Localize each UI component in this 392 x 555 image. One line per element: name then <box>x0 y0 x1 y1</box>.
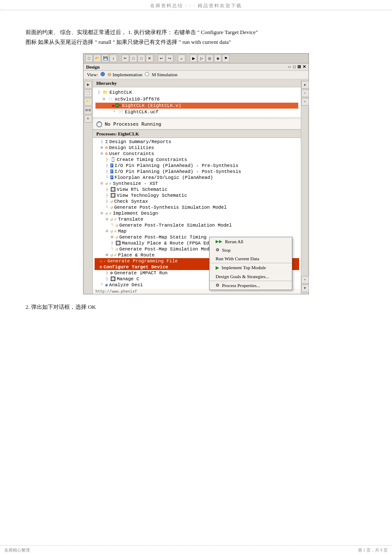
view-impl-radio[interactable] <box>101 72 105 76</box>
rerun-icon: ▶▶ <box>216 239 222 244</box>
view-radio-sim[interactable] <box>145 72 149 77</box>
schematic-icon-rtl: 🔲 <box>110 187 115 192</box>
sim-icon-trans: ↺ <box>115 223 118 228</box>
design-ctrl-close[interactable]: ✕ <box>303 64 306 69</box>
tree-item-ucf[interactable]: └ 📄 EightCLK.ucf <box>95 109 298 115</box>
expand-gen-post-synth[interactable]: └ <box>105 205 109 210</box>
proc-io-post[interactable]: ├ P I/O Pin Planning (PlanAhead) - Post-… <box>95 169 299 175</box>
proc-synthesize[interactable]: ⊟ ↺ ✓ Synthesize - XST <box>95 181 299 187</box>
expand-manually-place[interactable]: ├ <box>110 241 114 245</box>
toolbar-delete[interactable]: ✕ <box>146 55 153 62</box>
expand-gen-post-trans[interactable]: └ <box>110 223 114 227</box>
expand-design-utilities[interactable]: ⊞ <box>100 145 104 150</box>
watermark-top: 名师资料总结 · · · 精品资料欢迎下载 <box>0 0 392 10</box>
proc-check-syntax[interactable]: ├ ↺ Check Syntax <box>95 198 299 204</box>
expand-view-rtl[interactable]: ├ <box>105 187 109 192</box>
right-icon-2[interactable]: ≡ <box>301 89 309 97</box>
toolbar-run3[interactable]: ◎ <box>206 55 213 62</box>
expand-floorplan[interactable]: └ <box>105 175 109 180</box>
hierarchy-tree: ├ 📁 EightCLK ⊟ □ xc5vlx110-3ff676 <box>93 87 301 118</box>
proc-floorplan[interactable]: └ P Floorplan Area/IO/Logic (PlanAhead) <box>95 175 299 181</box>
proc-user-constraints[interactable]: ⊟ ⚙ User Constraints <box>95 151 299 157</box>
toolbar-open[interactable]: 📂 <box>93 55 101 62</box>
expand-analyze[interactable]: └ <box>100 283 104 287</box>
design-label: Design <box>86 64 100 69</box>
tree-label-eightclkv: EightCLK (EightCLK.v) <box>122 103 182 108</box>
ctx-item-run-current[interactable]: Run With Current Data <box>210 254 292 263</box>
toolbar-more[interactable]: » <box>178 55 185 62</box>
view-radio-active[interactable] <box>101 72 105 77</box>
expand-io-pre[interactable]: ├ <box>105 164 109 168</box>
right-icon-1[interactable]: ▲ <box>301 81 309 89</box>
expand-xc5v[interactable]: ⊟ <box>102 97 106 101</box>
expand-ucf[interactable]: └ <box>112 110 116 114</box>
ctx-item-design-goals[interactable]: Design Goals & Strategies... <box>210 272 292 281</box>
toolbar-save2[interactable]: ↕ <box>110 55 117 62</box>
design-ctrl-min[interactable]: □ <box>293 64 296 69</box>
ctx-item-process-props[interactable]: ⚙ Process Properties... <box>210 281 292 290</box>
expand-gen-post-map-static[interactable]: ⊞ <box>110 235 114 239</box>
toolbar-cut[interactable]: ✂ <box>121 55 129 62</box>
toolbar-run5[interactable]: ⚑ <box>222 55 230 62</box>
right-icon-4[interactable]: ≡ <box>301 276 309 284</box>
proc-design-utilities[interactable]: ⊞ ⚙ Design Utilities <box>95 145 299 151</box>
view-sim-label: Simulation <box>157 72 177 77</box>
toolbar-run4[interactable]: ◈ <box>214 55 222 62</box>
expand-design-summary[interactable]: ├ <box>100 140 104 144</box>
proc-map[interactable]: ⊟ ↺ ✓ Map <box>95 228 299 234</box>
expand-check-syntax[interactable]: ├ <box>105 199 109 204</box>
view-sim-radio[interactable] <box>145 72 149 76</box>
toolbar-redo[interactable]: ↪ <box>166 55 173 62</box>
left-icon-5[interactable]: ✕ <box>84 115 92 123</box>
proc-implement[interactable]: ⊟ ↺ ✓ Implement Design <box>95 210 299 216</box>
expand-user-constraints[interactable]: ⊟ <box>100 151 104 156</box>
proc-io-pre[interactable]: ├ P I/O Pin Planning (PlanAhead) - Pre-S… <box>95 163 299 169</box>
expand-create-timing[interactable]: ├ <box>105 158 109 162</box>
design-ctrl-pin[interactable]: ↔ <box>287 64 291 69</box>
tree-item-eightclk[interactable]: ├ 📁 EightCLK <box>95 89 298 96</box>
toolbar-undo[interactable]: ↩ <box>158 55 165 62</box>
impact-icon: ⚙ <box>110 270 113 276</box>
expand-map[interactable]: ⊟ <box>105 229 109 233</box>
toolbar-copy[interactable]: □ <box>130 55 137 62</box>
expand-eightclk[interactable]: ├ <box>97 90 101 95</box>
proc-translate[interactable]: ⊟ ↺ ✓ Translate <box>95 216 299 222</box>
watermark-bottom-right: 第 1 页，共 9 页 <box>358 547 388 553</box>
expand-gen-post-map-sim[interactable]: └ <box>110 247 114 251</box>
toolbar-save[interactable]: 💾 <box>101 55 109 62</box>
clock-icon: ⌚ <box>110 157 115 162</box>
left-icon-3[interactable]: 📁 <box>84 98 92 106</box>
proc-gen-post-trans[interactable]: └ ↺ Generate Post-Translate Simulation M… <box>95 222 299 228</box>
ctx-item-implement-top[interactable]: ▶ Implement Top Module <box>210 263 292 272</box>
proc-view-rtl[interactable]: ├ 🔲 View RTL Schematic <box>95 187 299 193</box>
toolbar-new[interactable]: □ <box>85 55 93 62</box>
left-icon-1[interactable]: ▶ <box>84 81 92 89</box>
expand-view-tech[interactable]: ├ <box>105 193 109 198</box>
tree-item-xc5v[interactable]: ⊟ □ xc5vlx110-3ff676 <box>95 96 298 103</box>
toolbar-run1[interactable]: ▶ <box>190 55 197 62</box>
left-icon-4[interactable]: ⊞⊞ <box>84 106 92 114</box>
design-ctrl-max[interactable]: ⊞ <box>297 64 301 69</box>
right-icon-5[interactable]: ▼ <box>301 285 309 292</box>
props-icon: ⚙ <box>216 283 219 288</box>
proc-gen-post-synth[interactable]: └ ↺ Generate Post-Synthesis Simulation M… <box>95 204 299 210</box>
proc-view-tech[interactable]: ├ 🔲 View Technology Schematic <box>95 193 299 198</box>
watermark-bottom: 名师精心整理 第 1 页，共 9 页 <box>0 545 392 555</box>
expand-place-route[interactable]: ⊞ <box>105 253 109 257</box>
ctx-item-rerun-all[interactable]: ▶▶ Rerun All <box>210 237 292 246</box>
expand-synthesize[interactable]: ⊟ <box>100 181 104 186</box>
expand-implement[interactable]: ⊟ <box>100 211 104 216</box>
toolbar-run2[interactable]: ▷ <box>198 55 205 62</box>
expand-manage-config[interactable]: ├ <box>105 277 109 281</box>
pin-icon-pre: P <box>110 163 113 168</box>
expand-io-post[interactable]: ├ <box>105 170 109 174</box>
expand-gen-impact[interactable]: ├ <box>105 271 109 275</box>
proc-create-timing[interactable]: ├ ⌚ Create Timing Constraints <box>95 157 299 163</box>
proc-design-summary[interactable]: ├ Σ Design Summary/Reports <box>95 139 299 145</box>
right-icon-3[interactable]: ≡ <box>301 98 309 106</box>
expand-translate[interactable]: ⊟ <box>105 217 109 221</box>
left-icon-2[interactable]: 📋 <box>84 89 92 97</box>
tree-item-eightclkv[interactable]: ▶ V ⚙ EightCLK (EightCLK.v) <box>95 103 298 109</box>
ctx-item-stop[interactable]: ⚙ Stop <box>210 246 292 254</box>
toolbar-paste[interactable]: □ <box>138 55 145 62</box>
